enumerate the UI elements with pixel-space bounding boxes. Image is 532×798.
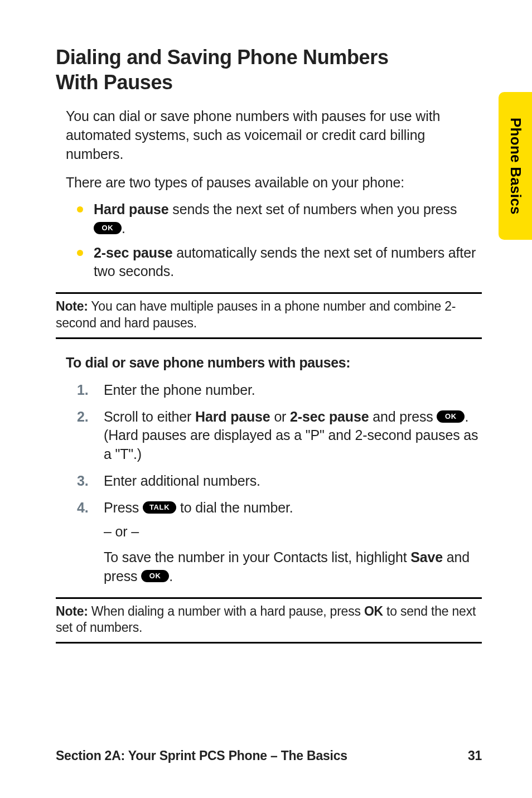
step-2-a: Scroll to either [104,409,195,424]
step-4-a: Press [104,500,143,515]
step-4-b: to dial the number. [176,500,293,515]
title-line-1: Dialing and Saving Phone Numbers [56,46,389,69]
ok-key-icon: OK [141,570,169,582]
intro-paragraph: You can dial or save phone numbers with … [56,107,482,163]
step-item: Enter the phone number. [77,381,482,400]
page-title: Dialing and Saving Phone Numbers With Pa… [56,45,482,95]
note-2-ok: OK [364,604,383,618]
or-separator: – or – [104,523,482,541]
step-item: Press TALK to dial the number. – or – To… [77,499,482,586]
steps-list: Enter the phone number. Scroll to either… [56,381,482,586]
ok-key-icon: OK [437,410,465,423]
page-number: 31 [468,748,482,763]
pause-types-list: Hard pause sends the next set of numbers… [56,200,482,281]
note-callout: Note: When dialing a number with a hard … [56,597,482,644]
note-label: Note: [56,604,88,618]
note-label: Note: [56,299,88,313]
step-2-e: and press [369,409,437,424]
step-4-f: . [169,568,173,584]
list-item: Hard pause sends the next set of numbers… [77,200,482,238]
footer-section: Section 2A: Your Sprint PCS Phone – The … [56,748,347,763]
step-2-hard-pause: Hard pause [195,409,270,424]
hard-pause-desc: sends the next set of numbers when you p… [169,201,457,217]
note-2-a: When dialing a number with a hard pause,… [88,604,364,618]
side-tab: Phone Basics [499,92,532,240]
step-item: Scroll to either Hard pause or 2-sec pau… [77,408,482,464]
ok-key-icon: OK [94,222,122,234]
intro-subparagraph: There are two types of pauses available … [56,173,482,192]
step-4-save: Save [410,549,443,565]
step-item: Enter additional numbers. [77,472,482,491]
hard-pause-term: Hard pause [94,201,169,217]
steps-heading: To dial or save phone numbers with pause… [56,355,482,371]
note-text: You can have multiple pauses in a phone … [56,299,456,330]
page-content: Dialing and Saving Phone Numbers With Pa… [0,0,532,644]
two-sec-pause-term: 2-sec pause [94,245,172,260]
title-line-2: With Pauses [56,71,173,94]
period: . [122,220,125,236]
page-footer: Section 2A: Your Sprint PCS Phone – The … [56,748,482,763]
side-tab-label: Phone Basics [507,118,524,215]
step-2-c: or [270,409,290,424]
talk-key-icon: TALK [143,501,176,514]
list-item: 2-sec pause automatically sends the next… [77,244,482,282]
note-callout: Note: You can have multiple pauses in a … [56,292,482,339]
step-4-c: To save the number in your Contacts list… [104,549,410,565]
step-2-2sec-pause: 2-sec pause [290,409,369,424]
